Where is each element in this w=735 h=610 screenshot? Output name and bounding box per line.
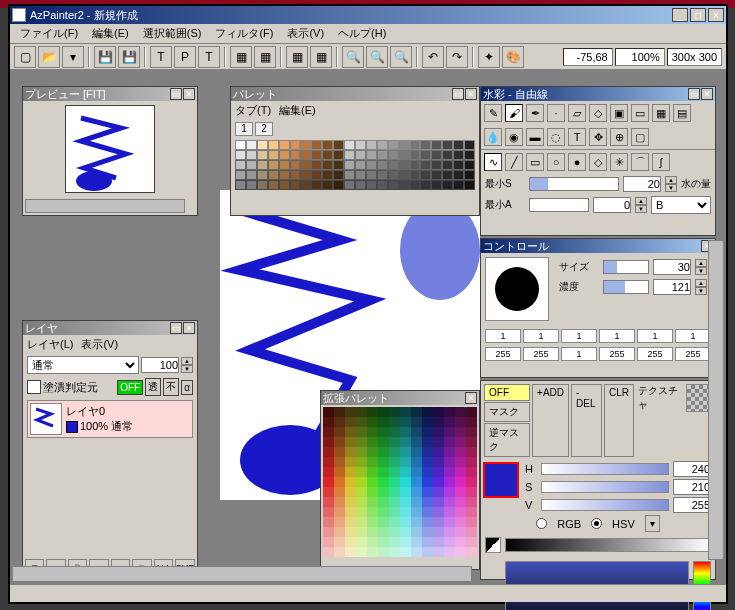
redo-icon[interactable]: ↷ xyxy=(446,46,468,68)
ext-palette-cell[interactable] xyxy=(422,427,433,437)
ext-palette-cell[interactable] xyxy=(345,437,356,447)
palette-cell[interactable] xyxy=(431,160,442,170)
ext-palette-cell[interactable] xyxy=(356,547,367,557)
ext-palette-cell[interactable] xyxy=(422,517,433,527)
palette-cell[interactable] xyxy=(410,170,421,180)
mina-slider[interactable] xyxy=(529,198,589,212)
ext-palette-cell[interactable] xyxy=(389,497,400,507)
mask-button[interactable]: マスク xyxy=(484,402,530,422)
menu-view[interactable]: 表示(V) xyxy=(281,24,330,43)
size-input[interactable] xyxy=(653,259,691,275)
sparkle-icon[interactable]: ✦ xyxy=(478,46,500,68)
ext-palette-cell[interactable] xyxy=(345,447,356,457)
ext-palette-cell[interactable] xyxy=(455,477,466,487)
ext-palette-cell[interactable] xyxy=(422,547,433,557)
palette-cell[interactable] xyxy=(410,150,421,160)
ext-palette-cell[interactable] xyxy=(466,497,477,507)
ext-palette-cell[interactable] xyxy=(345,507,356,517)
ext-palette-cell[interactable] xyxy=(378,507,389,517)
brush-slot-val[interactable]: 255 xyxy=(675,347,711,361)
dens-input[interactable] xyxy=(653,279,691,295)
ext-palette-cell[interactable] xyxy=(444,517,455,527)
palette-cell[interactable] xyxy=(388,160,399,170)
palette-cell[interactable] xyxy=(464,170,475,180)
maximize-button[interactable]: □ xyxy=(690,8,706,22)
minimize-button[interactable]: _ xyxy=(672,8,688,22)
ext-palette-cell[interactable] xyxy=(367,527,378,537)
ext-palette-cell[interactable] xyxy=(400,507,411,517)
palette-cell[interactable] xyxy=(453,160,464,170)
palette-cell[interactable] xyxy=(410,180,421,190)
ext-palette-cell[interactable] xyxy=(400,467,411,477)
ext-palette-cell[interactable] xyxy=(411,467,422,477)
ext-palette-cell[interactable] xyxy=(444,527,455,537)
ext-palette-cell[interactable] xyxy=(345,527,356,537)
ext-palette-cell[interactable] xyxy=(455,517,466,527)
ext-palette-cell[interactable] xyxy=(334,427,345,437)
poly-icon[interactable]: ◇ xyxy=(589,153,607,171)
ext-palette-cell[interactable] xyxy=(389,437,400,447)
ext-palette-cell[interactable] xyxy=(345,407,356,417)
t2-icon[interactable]: T xyxy=(198,46,220,68)
ext-palette-cell[interactable] xyxy=(444,457,455,467)
preview-close-button[interactable]: × xyxy=(183,88,195,100)
palette-cell[interactable] xyxy=(344,140,355,150)
ext-palette-cell[interactable] xyxy=(433,417,444,427)
ext-palette-cell[interactable] xyxy=(323,437,334,447)
ext-palette-cell[interactable] xyxy=(444,477,455,487)
ext-palette-cell[interactable] xyxy=(378,477,389,487)
ext-palette-cell[interactable] xyxy=(444,417,455,427)
palette-tab-2[interactable]: 2 xyxy=(255,122,273,136)
ext-palette-cell[interactable] xyxy=(356,517,367,527)
palette-cell[interactable] xyxy=(311,180,322,190)
ext-palette-cell[interactable] xyxy=(334,507,345,517)
palette-cell[interactable] xyxy=(464,180,475,190)
palette-cell[interactable] xyxy=(268,170,279,180)
ext-palette-cell[interactable] xyxy=(356,527,367,537)
ext-palette-cell[interactable] xyxy=(466,517,477,527)
mask-del-button[interactable]: -DEL xyxy=(571,384,602,457)
ext-palette-cell[interactable] xyxy=(455,427,466,437)
palette-cell[interactable] xyxy=(464,160,475,170)
ext-palette-cell[interactable] xyxy=(433,457,444,467)
rgb-radio[interactable] xyxy=(536,518,547,529)
palette-cell[interactable] xyxy=(257,150,268,160)
rect-icon[interactable]: ▭ xyxy=(631,104,649,122)
ext-palette-cell[interactable] xyxy=(433,447,444,457)
palette-cell[interactable] xyxy=(399,170,410,180)
ext-palette-cell[interactable] xyxy=(466,527,477,537)
ext-palette-cell[interactable] xyxy=(411,517,422,527)
palette-cell[interactable] xyxy=(442,160,453,170)
ext-palette-cell[interactable] xyxy=(444,487,455,497)
ext-palette-cell[interactable] xyxy=(466,507,477,517)
ext-palette-cell[interactable] xyxy=(411,447,422,457)
open-icon[interactable]: 📂 xyxy=(38,46,60,68)
ext-palette-cell[interactable] xyxy=(433,407,444,417)
palette-cell[interactable] xyxy=(246,180,257,190)
ext-palette-cell[interactable] xyxy=(400,547,411,557)
preview-scroll-h[interactable] xyxy=(25,199,185,213)
ext-palette-cell[interactable] xyxy=(334,417,345,427)
ext-palette-cell[interactable] xyxy=(389,417,400,427)
ext-palette-cell[interactable] xyxy=(466,417,477,427)
ext-palette-cell[interactable] xyxy=(422,507,433,517)
ext-palette-cell[interactable] xyxy=(334,477,345,487)
ext-palette-cell[interactable] xyxy=(334,457,345,467)
ext-palette-cell[interactable] xyxy=(422,457,433,467)
mask-add-button[interactable]: +ADD xyxy=(532,384,569,457)
palette-cell[interactable] xyxy=(322,150,333,160)
palette-cell[interactable] xyxy=(388,140,399,150)
ext-palette-cell[interactable] xyxy=(400,427,411,437)
ext-palette-cell[interactable] xyxy=(323,497,334,507)
ext-palette-cell[interactable] xyxy=(378,447,389,457)
ext-palette-cell[interactable] xyxy=(422,437,433,447)
zoomfit-icon[interactable]: 🔍 xyxy=(390,46,412,68)
ext-palette-cell[interactable] xyxy=(433,477,444,487)
ext-palette-cell[interactable] xyxy=(367,517,378,527)
ext-palette-cell[interactable] xyxy=(323,467,334,477)
brush-icon[interactable]: 🖌 xyxy=(505,104,523,122)
ext-palette-cell[interactable] xyxy=(345,497,356,507)
palette-cell[interactable] xyxy=(290,150,301,160)
palette-cell[interactable] xyxy=(377,150,388,160)
ext-palette-cell[interactable] xyxy=(334,517,345,527)
